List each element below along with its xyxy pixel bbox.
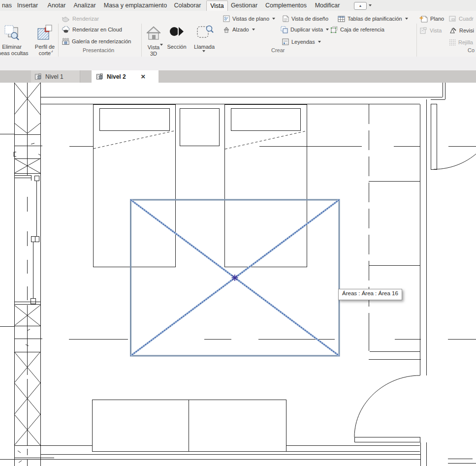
revisions-icon — [449, 27, 457, 34]
button-label: Vistas de plano — [232, 16, 269, 22]
button-label: Rejilla — [458, 39, 473, 45]
hidden-lines-icon — [4, 25, 20, 40]
ribbon-tab-anotar[interactable]: Anotar — [45, 0, 68, 11]
panel-label-presentacion: Presentación — [83, 47, 114, 53]
view-tab-label: Nivel 1 — [45, 73, 63, 80]
ribbon-tab-row: nas Insertar Anotar Analizar Masa y empl… — [0, 0, 476, 11]
plan-view-icon — [35, 73, 42, 80]
duplicar-vista-button[interactable]: Duplicar vista — [281, 25, 335, 34]
legends-icon — [282, 38, 289, 45]
dropdown-caret[interactable] — [318, 41, 321, 43]
view-tab-nivel-2[interactable]: Nivel 2 ✕ — [92, 70, 159, 83]
ribbon-tab-masa-emplazamiento[interactable]: Masa y emplazamiento — [101, 0, 169, 11]
galeria-de-renderizacion-button[interactable]: Galería de renderización — [62, 37, 143, 46]
button-label: Renderizar — [72, 16, 99, 22]
dropdown-caret[interactable] — [326, 29, 329, 31]
view-tab-label: Nivel 2 — [107, 73, 126, 80]
button-label: Galería de renderización — [72, 38, 131, 44]
vista-3d-dropdown-caret[interactable] — [160, 44, 163, 46]
ribbon-display-toggle[interactable]: ▴ — [354, 2, 367, 10]
view-tab-bar: Nivel 1 Nivel 2 ✕ — [0, 70, 476, 83]
tablas-de-planificacion-button[interactable]: Tablas de planificación — [338, 14, 414, 23]
button-label: Llamada — [191, 44, 218, 50]
vista-3d-house-icon — [145, 25, 162, 41]
button-label: Perfil de corte — [31, 44, 59, 57]
panel-expander-icon[interactable]: ⌟ — [51, 47, 53, 53]
button-label: Vista de diseño — [291, 16, 328, 22]
llamada-dropdown-caret[interactable] — [202, 50, 205, 52]
render-gallery-icon — [62, 38, 69, 45]
ribbon-tab-analizar[interactable]: Analizar — [72, 0, 97, 11]
cuadro-button[interactable]: Cuadr — [449, 14, 476, 23]
leyendas-button[interactable]: Leyendas — [282, 37, 326, 46]
options-bar — [0, 57, 476, 70]
titleblock-icon — [449, 15, 456, 22]
ribbon-tab-partial[interactable]: nas — [0, 0, 14, 11]
ribbon-body: Eliminar líneas ocultas Perfil de corte … — [0, 11, 476, 57]
ribbon-tab-gestionar[interactable]: Gestionar — [229, 0, 259, 11]
ribbon-tab-complementos[interactable]: Complementos — [263, 0, 309, 11]
vista-sheet-button[interactable]: Vista — [419, 26, 446, 35]
plan-view-icon — [96, 73, 103, 80]
button-label: Duplicar vista — [290, 27, 323, 32]
sheet-view-icon — [419, 27, 427, 34]
ribbon-tab-insertar[interactable]: Insertar — [15, 0, 40, 11]
renderizar-en-cloud-button[interactable]: Renderizar en Cloud — [62, 25, 138, 34]
button-label: Caja de referencia — [340, 27, 384, 32]
elevation-icon — [223, 26, 230, 33]
panel-label-composicion: Co — [468, 47, 475, 53]
duplicate-view-icon — [281, 26, 288, 33]
section-head-icon — [169, 25, 184, 40]
callout-icon — [195, 25, 214, 40]
alzado-button[interactable]: Alzado — [223, 25, 262, 34]
button-label: Vista — [430, 28, 442, 33]
button-label: Alzado — [232, 27, 249, 32]
drawing-canvas[interactable]: Áreas : Área : Área 16 — [0, 83, 476, 466]
render-teapot-icon — [62, 16, 69, 22]
view-tab-nivel-1[interactable]: Nivel 1 — [31, 70, 80, 83]
plan-views-icon — [223, 15, 230, 22]
guide-grid-icon — [449, 39, 456, 46]
button-label: Leyendas — [291, 39, 315, 45]
dropdown-caret[interactable] — [272, 18, 275, 20]
scope-box-icon — [330, 26, 338, 33]
button-label: Cuadr — [459, 16, 474, 22]
button-label: Tablas de planificación — [348, 16, 402, 22]
revisiones-button[interactable]: Revisi — [449, 26, 476, 35]
panel-label-crear: Crear — [271, 47, 285, 53]
ribbon-tab-vista[interactable]: Vista — [206, 0, 228, 11]
element-tooltip: Áreas : Área : Área 16 — [338, 289, 402, 300]
revit-window: { "ribbon": { "tabs": [ {"label":"nas"},… — [0, 0, 476, 466]
ribbon-display-caret-icon[interactable] — [369, 4, 372, 6]
floor-plan-drawing — [0, 83, 476, 466]
close-tab-icon[interactable]: ✕ — [141, 73, 146, 80]
render-cloud-icon — [62, 26, 70, 33]
schedules-icon — [338, 16, 345, 22]
button-label: Renderizar en Cloud — [72, 27, 122, 32]
drafting-view-icon — [282, 15, 289, 22]
ribbon-tab-modificar[interactable]: Modificar — [312, 0, 343, 11]
new-sheet-icon — [419, 15, 428, 23]
area-center-marker-icon[interactable] — [232, 275, 238, 281]
button-label: Plano — [430, 16, 444, 22]
plano-button[interactable]: Plano — [419, 14, 446, 23]
rejilla-button[interactable]: Rejilla — [449, 38, 476, 47]
button-label: Sección — [166, 44, 188, 50]
renderizar-button[interactable]: Renderizar — [62, 14, 138, 23]
vista-de-diseno-button[interactable]: Vista de diseño — [282, 14, 334, 23]
cut-profile-icon — [37, 25, 53, 40]
dropdown-caret[interactable] — [252, 29, 255, 31]
ribbon-tab-colaborar[interactable]: Colaborar — [172, 0, 203, 11]
dropdown-caret[interactable] — [405, 18, 408, 20]
vistas-de-plano-button[interactable]: Vistas de plano — [223, 14, 278, 23]
selected-area-boundary[interactable] — [131, 200, 340, 356]
button-label: Revisi — [459, 28, 474, 33]
button-label: Eliminar líneas ocultas — [0, 44, 29, 57]
caja-de-referencia-button[interactable]: Caja de referencia — [330, 25, 401, 34]
